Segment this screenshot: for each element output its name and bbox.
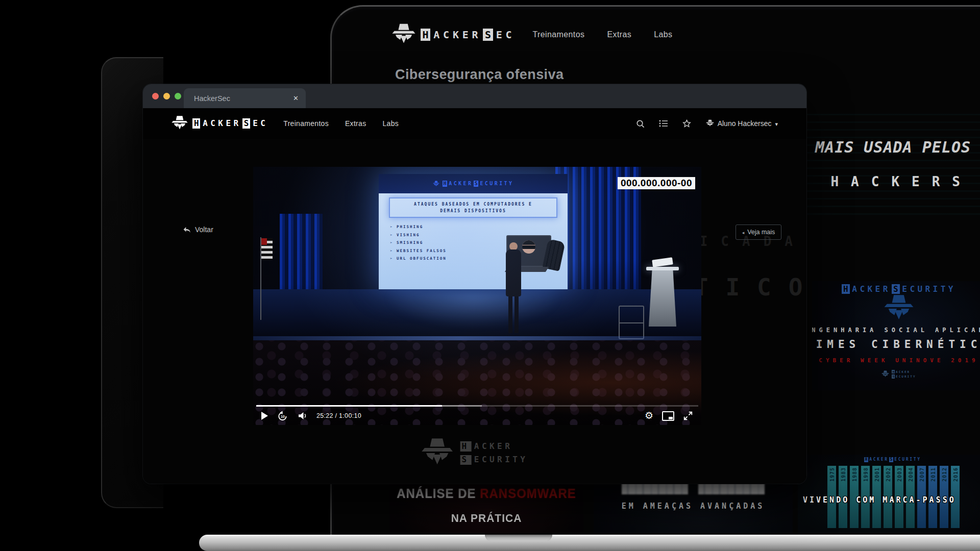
window-controls [152,93,181,99]
sb-h: H [443,181,448,187]
thumb-crimes-line3: CYBER WEEK UNINOVE 2019 [819,357,978,364]
thumbnail-marca-passo[interactable]: HACKERSECURITY 1975 1983 1988 1998 2001 … [798,455,980,534]
slide-body: ATAQUES BASEADOS EM COMPUTADORES E DEMAI… [379,193,568,289]
search-icon[interactable] [635,119,645,129]
favorites-star-icon[interactable] [682,119,692,129]
back-nav-extras[interactable]: Extras [607,30,631,39]
user-menu[interactable]: Aluno Hackersec [706,119,778,128]
settings-gear-icon[interactable] [645,411,653,421]
hackersec-logo[interactable]: HACKERSEC [392,23,515,46]
thumb-pacemaker-title: VIVENDO COM MARCA-PASSO [803,495,956,505]
thumb-crimes-line1: ENGENHARIA SOCIAL APLICADA [812,327,980,334]
hackersec-wordmark: HACKERSEC [192,118,268,128]
promo-text-line2: HACKERS [801,174,972,189]
thumb-crimes-footer-logo: HACKER SECURITY [881,370,916,378]
site-nav: Treinamentos Extras Labs [283,119,399,128]
navbar-icons: Aluno Hackersec [635,119,778,129]
volume-button[interactable] [297,411,308,421]
speaker-on-stage [502,242,525,337]
ransomware-title-white: ANÁLISE DE [397,486,476,500]
equipment-cart [619,306,644,339]
pb-h: H [864,457,868,462]
browser-tab[interactable]: HackerSec ✕ [184,88,306,108]
chevron-left-icon [742,229,745,236]
brand-ecurity: ECURITY [902,285,956,293]
hackersec-logo[interactable]: HACKERSEC [172,115,268,132]
tab-title: HackerSec [194,94,293,103]
hacker-security-mascot-icon [884,294,914,323]
chevron-down-icon [775,119,778,128]
nav-labs[interactable]: Labs [382,119,399,128]
back-site-header: HACKERSEC Treinamentos Extras Labs [392,20,672,49]
code-texture-art [806,114,980,221]
slide-bullet: PHISHING [390,223,568,231]
browser-titlebar: HackerSec ✕ [143,84,806,108]
nav-extras[interactable]: Extras [345,119,366,128]
hacker-security-brand-small: HACKERSECURITY [842,284,956,294]
video-player[interactable]: HACKERSECURITY ATAQUES BASEADOS EM COMPU… [253,167,701,425]
pacemaker-brand-wordmark: HACKERSECURITY [864,457,921,462]
video-progress-played [256,405,442,407]
wordmark-ec: EC [253,119,268,128]
fw-ecurity: ECURITY [474,456,528,464]
promo-text-line1: MAIS USADA PELOS [806,138,971,156]
site-navbar: HACKERSEC Treinamentos Extras Labs Aluno… [143,108,806,139]
back-link-label: Voltar [195,226,213,234]
thumb-distorted-title-art [622,482,765,494]
play-button[interactable] [261,412,268,420]
fullscreen-button[interactable] [683,411,693,421]
brand-acker: ACKER [852,285,890,293]
minimize-window-button[interactable] [163,93,170,99]
picture-in-picture-button[interactable] [662,411,674,421]
thumb-ameacas-subtitle: EM AMEAÇAS AVANÇADAS [594,502,793,511]
close-window-button[interactable] [152,93,159,99]
fb-ecurity: ECURITY [896,375,916,378]
footer-brand-line2: SECURITY [892,374,916,378]
video-progress-bar[interactable] [256,405,698,407]
tab-close-icon[interactable]: ✕ [293,94,299,102]
brand-s: S [892,284,899,294]
back-nav-labs[interactable]: Labs [654,30,672,39]
back-nav-treinamentos[interactable]: Treinamentos [532,30,584,39]
wordmark-h: H [421,29,430,41]
pb-acker: ACKER [869,458,889,462]
footer-wordmark-line1: HACKER [460,441,528,451]
page-content: ENGENHARIA SOCIAL APLICADA CRIMES CIBERN… [143,139,806,484]
year-label: 2001 [874,467,879,482]
back-page-title: Cibersegurança ofensiva [395,67,564,83]
wordmark-ec: EC [496,30,516,40]
hacker-security-mascot-icon [433,181,439,187]
fw-h: H [460,441,472,451]
pb-ecurity: ECURITY [894,458,921,462]
see-more-button[interactable]: Veja mais [736,224,781,240]
year-label: 1975 [829,467,835,482]
wordmark-acker: ACKER [433,30,481,40]
front-browser-window: HackerSec ✕ HACKERSEC Treinamentos Extra… [143,84,806,484]
year-label: 2016 [952,467,958,482]
zoom-window-button[interactable] [175,93,181,99]
year-label: 2011 [930,467,936,482]
pb-s: S [889,457,893,462]
laptop-base [199,535,980,551]
thumbnail-crimes-content: HACKERSECURITY ENGENHARIA SOCIAL APLICAD… [812,281,980,390]
hackersec-mascot-icon [172,115,188,132]
projection-screen: HACKERSECURITY ATAQUES BASEADOS EM COMPU… [379,174,568,289]
user-avatar-icon [706,119,714,128]
thumb-ransomware-title: ANÁLISE DE RANSOMWARE [389,486,583,501]
hacker-security-footer-logo: HACKER SECURITY [422,437,528,469]
thumbnail-crimes-ciberneticos[interactable]: HACKERSECURITY ENGENHARIA SOCIAL APLICAD… [812,281,980,390]
playlist-icon[interactable] [658,119,669,128]
year-label: 2004 [908,467,913,482]
podium [646,267,679,327]
nav-treinamentos[interactable]: Treinamentos [283,119,329,128]
thumb-crimes-line2: CRIMES CIBERNÉTICOS [812,338,980,350]
year-label: 2007 [919,467,924,482]
rewind-10-button[interactable]: 10 [277,410,288,422]
back-link[interactable]: Voltar [183,226,213,234]
year-label: 1983 [840,467,846,482]
slide-title: ATAQUES BASEADOS EM COMPUTADORES E DEMAI… [389,197,557,218]
video-controls: 10 25:22 / 1:00:10 [253,408,701,423]
ransomware-title-red: RANSOMWARE [480,486,576,500]
hacker-security-mascot-icon [422,437,453,469]
slide-header: HACKERSECURITY [379,174,568,193]
